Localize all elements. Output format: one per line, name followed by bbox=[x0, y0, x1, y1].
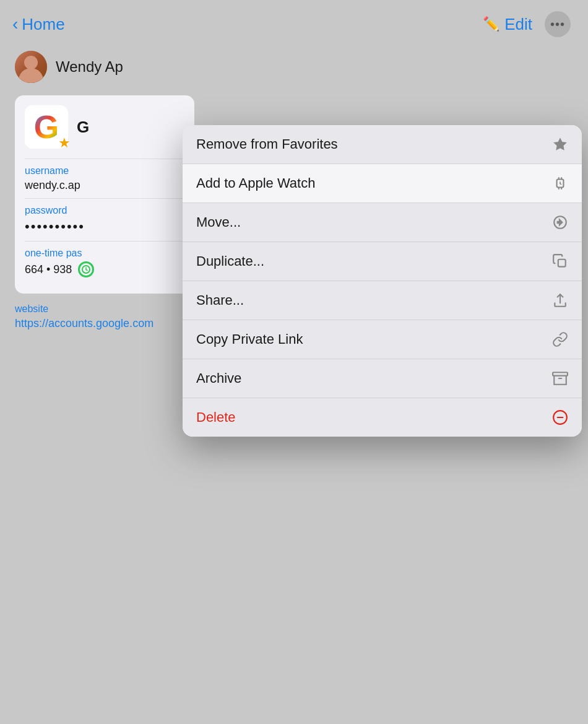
account-name: Wendy Ap bbox=[56, 58, 123, 76]
edit-label: Edit bbox=[504, 15, 532, 34]
pencil-icon: ✏️ bbox=[483, 16, 499, 32]
move-icon bbox=[552, 214, 568, 230]
otp-value: 664 • 938 bbox=[25, 263, 72, 276]
star-icon bbox=[552, 136, 568, 152]
username-label: username bbox=[25, 165, 184, 177]
duplicate-icon bbox=[552, 253, 568, 269]
top-navigation: ‹ Home ✏️ Edit ••• bbox=[0, 0, 588, 45]
archive-icon bbox=[552, 370, 568, 386]
favorite-star-icon: ★ bbox=[58, 135, 71, 151]
share-icon bbox=[552, 292, 568, 308]
menu-item-label: Archive bbox=[196, 370, 241, 386]
menu-item-label: Move... bbox=[196, 214, 241, 230]
svg-rect-10 bbox=[558, 260, 566, 267]
menu-item-label: Remove from Favorites bbox=[196, 136, 338, 152]
menu-item-label: Delete bbox=[196, 409, 236, 425]
entry-card: G ★ G username wendy.c.ap password •••••… bbox=[15, 95, 194, 294]
entry-logo: G ★ bbox=[25, 105, 68, 149]
avatar bbox=[15, 51, 47, 83]
avatar-image bbox=[15, 51, 47, 83]
username-value: wendy.c.ap bbox=[25, 179, 184, 192]
svg-rect-11 bbox=[553, 372, 568, 375]
back-button[interactable]: ‹ Home bbox=[12, 15, 65, 34]
menu-item-move[interactable]: Move... bbox=[183, 203, 582, 242]
menu-item-share[interactable]: Share... bbox=[183, 281, 582, 320]
delete-icon bbox=[552, 409, 568, 425]
otp-label: one-time pas bbox=[25, 248, 184, 259]
menu-item-archive[interactable]: Archive bbox=[183, 359, 582, 398]
google-g-logo: G bbox=[34, 111, 59, 143]
entry-title: G bbox=[77, 118, 89, 137]
password-label: password bbox=[25, 205, 184, 216]
menu-item-label: Copy Private Link bbox=[196, 331, 303, 347]
back-label: Home bbox=[22, 15, 64, 34]
menu-item-remove-favorites[interactable]: Remove from Favorites bbox=[183, 125, 582, 164]
otp-field[interactable]: one-time pas 664 • 938 bbox=[25, 241, 184, 284]
menu-item-label: Duplicate... bbox=[196, 253, 264, 269]
menu-item-copy-private-link[interactable]: Copy Private Link bbox=[183, 320, 582, 359]
nav-right-actions: ✏️ Edit ••• bbox=[483, 11, 571, 37]
context-menu: Remove from Favorites Add to Apple Watch… bbox=[183, 125, 582, 437]
menu-item-add-apple-watch[interactable]: Add to Apple Watch bbox=[183, 164, 582, 203]
password-field[interactable]: password •••••••••• bbox=[25, 198, 184, 241]
password-value: •••••••••• bbox=[25, 219, 184, 235]
menu-item-duplicate[interactable]: Duplicate... bbox=[183, 242, 582, 281]
account-header: Wendy Ap bbox=[15, 51, 573, 83]
link-icon bbox=[552, 331, 568, 347]
main-content: Wendy Ap G ★ G username wendy.c.ap passw… bbox=[0, 45, 588, 336]
svg-marker-1 bbox=[553, 137, 567, 150]
menu-item-delete[interactable]: Delete bbox=[183, 398, 582, 437]
edit-button[interactable]: ✏️ Edit bbox=[483, 15, 532, 34]
more-button[interactable]: ••• bbox=[545, 11, 571, 37]
watch-icon bbox=[552, 175, 568, 191]
svg-line-8 bbox=[560, 184, 561, 185]
clock-icon bbox=[81, 264, 91, 274]
menu-item-label: Share... bbox=[196, 292, 244, 308]
entry-header: G ★ G bbox=[25, 105, 184, 149]
menu-item-label: Add to Apple Watch bbox=[196, 175, 315, 191]
otp-timer-icon bbox=[78, 261, 94, 277]
username-field[interactable]: username wendy.c.ap bbox=[25, 159, 184, 198]
ellipsis-icon: ••• bbox=[550, 17, 565, 32]
otp-row: 664 • 938 bbox=[25, 261, 184, 277]
chevron-left-icon: ‹ bbox=[12, 15, 18, 33]
